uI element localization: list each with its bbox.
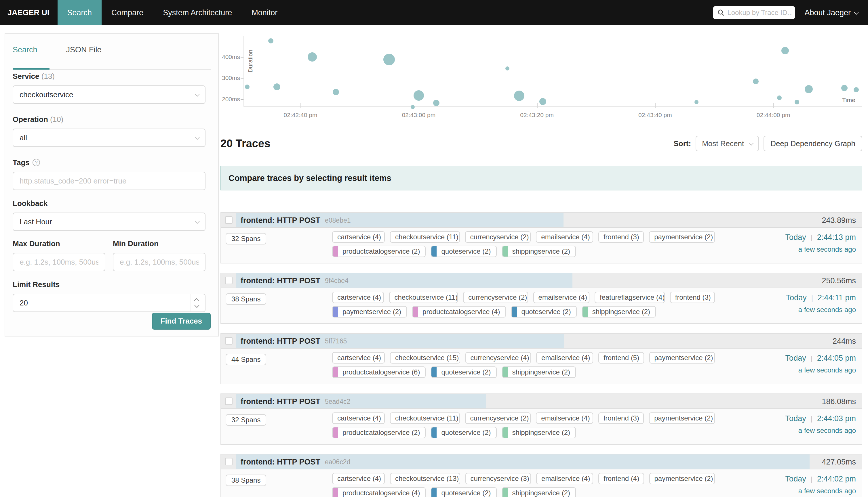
service-tag-pill: quoteservice (2) bbox=[431, 246, 496, 257]
scatter-bubble[interactable] bbox=[245, 85, 250, 89]
scatter-bubble[interactable] bbox=[411, 105, 415, 109]
tags-input[interactable] bbox=[19, 176, 199, 185]
scatter-bubble[interactable] bbox=[781, 47, 789, 54]
service-tag-pill: emailservice (4) bbox=[536, 412, 593, 424]
trace-title[interactable]: frontend: HTTP POST5ff7165 bbox=[241, 333, 347, 349]
tags-label: Tags bbox=[13, 158, 30, 167]
help-icon[interactable]: ? bbox=[32, 159, 40, 166]
nav-tab-compare[interactable]: Compare bbox=[102, 0, 153, 25]
trace-select-checkbox[interactable] bbox=[225, 397, 233, 405]
service-color-chip bbox=[431, 488, 437, 497]
limit-results-input[interactable] bbox=[19, 299, 181, 308]
trace-select-checkbox[interactable] bbox=[225, 277, 233, 284]
nav-tab-system-architecture[interactable]: System Architecture bbox=[153, 0, 242, 25]
service-tag-label: checkoutservice (11) bbox=[390, 293, 458, 301]
trace-results-list: frontend: HTTP POSTe08ebe1243.89ms32 Spa… bbox=[221, 212, 862, 497]
scatter-bubble[interactable] bbox=[854, 87, 859, 92]
trace-select-checkbox[interactable] bbox=[225, 337, 233, 344]
about-jaeger-menu[interactable]: About Jaeger bbox=[804, 8, 858, 17]
trace-row-header[interactable]: frontend: HTTP POST5ff7165244ms bbox=[221, 333, 862, 349]
scatter-bubble[interactable] bbox=[539, 98, 546, 105]
trace-select-checkbox[interactable] bbox=[225, 458, 233, 465]
trace-lookup-input[interactable] bbox=[727, 9, 792, 17]
service-tag-label: checkoutservice (15) bbox=[391, 354, 460, 362]
find-traces-button[interactable]: Find Traces bbox=[152, 313, 211, 330]
nav-tab-monitor[interactable]: Monitor bbox=[242, 0, 287, 25]
span-count-badge[interactable]: 38 Spans bbox=[226, 293, 266, 305]
operation-count: (10) bbox=[50, 115, 63, 124]
trace-row-header[interactable]: frontend: HTTP POST9f4cbe4250.56ms bbox=[221, 273, 862, 288]
service-tag-label: frontend (4) bbox=[599, 474, 644, 483]
y-tick-mark bbox=[241, 57, 243, 58]
max-duration-label: Max Duration bbox=[13, 239, 105, 248]
trace-name: frontend: HTTP POST bbox=[241, 216, 320, 225]
service-tag-pill: currencyservice (2) bbox=[465, 412, 531, 424]
deep-dependency-graph-button[interactable]: Deep Dependency Graph bbox=[764, 136, 862, 151]
scatter-bubble[interactable] bbox=[841, 85, 848, 91]
x-tick-mark bbox=[655, 103, 656, 108]
trace-date-time: Today|2:44:11 pm bbox=[786, 293, 856, 302]
scatter-bubble[interactable] bbox=[777, 96, 782, 100]
trace-title[interactable]: frontend: HTTP POSTea06c2d bbox=[241, 454, 350, 469]
service-label: Service bbox=[13, 72, 39, 81]
trace-name: frontend: HTTP POST bbox=[241, 276, 320, 285]
scatter-bubble[interactable] bbox=[268, 38, 274, 43]
service-tag-pill: quoteservice (2) bbox=[431, 366, 496, 378]
scatter-bubble[interactable] bbox=[383, 54, 395, 65]
scatter-bubble[interactable] bbox=[695, 100, 699, 104]
trace-select-checkbox[interactable] bbox=[225, 216, 233, 224]
min-duration-input[interactable] bbox=[120, 258, 199, 267]
scatter-bubble[interactable] bbox=[514, 90, 524, 101]
trace-title[interactable]: frontend: HTTP POSTe08ebe1 bbox=[241, 213, 351, 228]
scatter-bubble[interactable] bbox=[795, 100, 799, 104]
service-tag-label: shippingservice (2) bbox=[508, 489, 575, 497]
scatter-bubble[interactable] bbox=[805, 85, 813, 93]
trace-row: frontend: HTTP POST9f4cbe4250.56ms38 Spa… bbox=[221, 273, 862, 324]
service-tag-pill: shippingservice (2) bbox=[502, 246, 576, 257]
scatter-bubble[interactable] bbox=[433, 100, 439, 106]
service-tag-pill: cartservice (4) bbox=[332, 292, 384, 303]
trace-row-header[interactable]: frontend: HTTP POST5ead4c2186.08ms bbox=[221, 394, 862, 409]
limit-results-label: Limit Results bbox=[13, 280, 206, 289]
span-count-badge[interactable]: 32 Spans bbox=[226, 414, 266, 426]
tab-json-file[interactable]: JSON File bbox=[66, 45, 102, 54]
service-color-chip bbox=[431, 246, 437, 257]
trace-title[interactable]: frontend: HTTP POST5ead4c2 bbox=[241, 394, 350, 409]
compare-banner: Compare traces by selecting result items bbox=[221, 166, 862, 190]
service-select[interactable]: checkoutservice bbox=[13, 85, 206, 104]
scatter-bubble[interactable] bbox=[308, 52, 317, 61]
separator: | bbox=[811, 415, 812, 423]
trace-count-title: 20 Traces bbox=[221, 138, 270, 150]
service-tag-pill: currencyservice (4) bbox=[465, 352, 531, 364]
trace-time: 2:44:02 pm bbox=[817, 474, 856, 483]
span-count-badge[interactable]: 44 Spans bbox=[226, 354, 266, 365]
trace-row-body: 32 Spanscartservice (4)checkoutservice (… bbox=[221, 409, 862, 444]
trace-lookup-box[interactable] bbox=[713, 6, 795, 19]
scatter-bubble[interactable] bbox=[274, 83, 280, 90]
trace-relative-time: a few seconds ago bbox=[785, 427, 856, 435]
scatter-bubble[interactable] bbox=[414, 90, 424, 101]
service-tag-label: frontend (3) bbox=[599, 233, 644, 241]
trace-title[interactable]: frontend: HTTP POST9f4cbe4 bbox=[241, 273, 349, 288]
span-count-badge[interactable]: 32 Spans bbox=[226, 233, 266, 244]
sort-select[interactable]: Most Recent bbox=[696, 136, 759, 151]
lookback-select[interactable]: Last Hour bbox=[13, 213, 206, 231]
operation-select[interactable]: all bbox=[13, 129, 206, 147]
scatter-bubble[interactable] bbox=[505, 67, 509, 70]
service-tag-label: emailservice (4) bbox=[537, 354, 593, 362]
service-tag-label: emailservice (4) bbox=[536, 233, 593, 241]
service-tag-pill: paymentservice (2) bbox=[332, 306, 407, 317]
scatter-bubble[interactable] bbox=[333, 89, 339, 95]
operation-value: all bbox=[19, 133, 27, 142]
span-count-badge[interactable]: 38 Spans bbox=[226, 474, 266, 486]
scatter-bubble[interactable] bbox=[753, 79, 759, 84]
trace-row-header[interactable]: frontend: HTTP POSTea06c2d427.05ms bbox=[221, 454, 862, 469]
tab-search[interactable]: Search bbox=[13, 45, 38, 54]
max-duration-input[interactable] bbox=[19, 258, 98, 267]
trace-row-header[interactable]: frontend: HTTP POSTe08ebe1243.89ms bbox=[221, 213, 862, 228]
service-tag-label: cartservice (4) bbox=[333, 414, 385, 422]
number-stepper[interactable] bbox=[191, 294, 199, 312]
nav-tab-search[interactable]: Search bbox=[58, 0, 102, 25]
min-duration-label: Min Duration bbox=[113, 239, 206, 248]
service-color-chip bbox=[333, 427, 338, 438]
